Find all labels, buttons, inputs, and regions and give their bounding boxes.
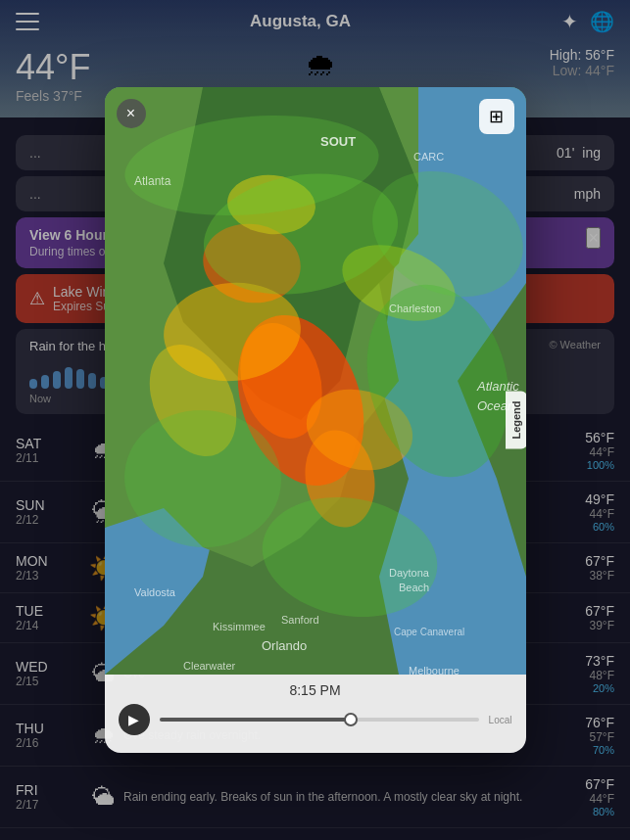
radar-controls: ▶ Local bbox=[119, 704, 512, 735]
legend-tab[interactable]: Legend bbox=[506, 391, 526, 448]
radar-top-bar: × ⊞ bbox=[117, 99, 514, 134]
svg-text:Sanford: Sanford bbox=[281, 614, 319, 626]
svg-text:Clearwater: Clearwater bbox=[183, 660, 236, 672]
play-button[interactable]: ▶ bbox=[119, 704, 150, 735]
svg-text:SOUT: SOUT bbox=[320, 134, 356, 149]
radar-layers-button[interactable]: ⊞ bbox=[479, 99, 514, 134]
layers-icon: ⊞ bbox=[489, 106, 504, 127]
svg-text:Kissimmee: Kissimmee bbox=[213, 621, 266, 632]
svg-text:Valdosta: Valdosta bbox=[134, 586, 176, 598]
svg-text:Daytona: Daytona bbox=[389, 567, 430, 579]
svg-text:Melbourne: Melbourne bbox=[409, 665, 460, 675]
svg-text:Beach: Beach bbox=[399, 582, 429, 593]
svg-text:Cape Canaveral: Cape Canaveral bbox=[394, 627, 464, 637]
radar-slider-thumb bbox=[344, 713, 358, 726]
radar-close-button[interactable]: × bbox=[117, 99, 146, 128]
svg-text:Atlanta: Atlanta bbox=[134, 174, 171, 188]
radar-label-local: Local bbox=[489, 715, 512, 725]
radar-map-svg: SOUT CARC Atlanta Charleston Atlantic Oc… bbox=[105, 87, 526, 675]
svg-text:Orlando: Orlando bbox=[262, 638, 307, 653]
svg-text:CARC: CARC bbox=[413, 151, 444, 163]
play-icon: ▶ bbox=[128, 712, 139, 727]
radar-player: 8:15 PM ▶ Local bbox=[105, 675, 526, 753]
radar-slider-fill bbox=[160, 718, 352, 722]
radar-modal: SOUT CARC Atlanta Charleston Atlantic Oc… bbox=[105, 87, 526, 753]
radar-time: 8:15 PM bbox=[119, 682, 512, 698]
radar-slider[interactable] bbox=[160, 718, 479, 722]
radar-modal-overlay: SOUT CARC Atlanta Charleston Atlantic Oc… bbox=[0, 0, 630, 840]
svg-text:Charleston: Charleston bbox=[389, 303, 441, 314]
